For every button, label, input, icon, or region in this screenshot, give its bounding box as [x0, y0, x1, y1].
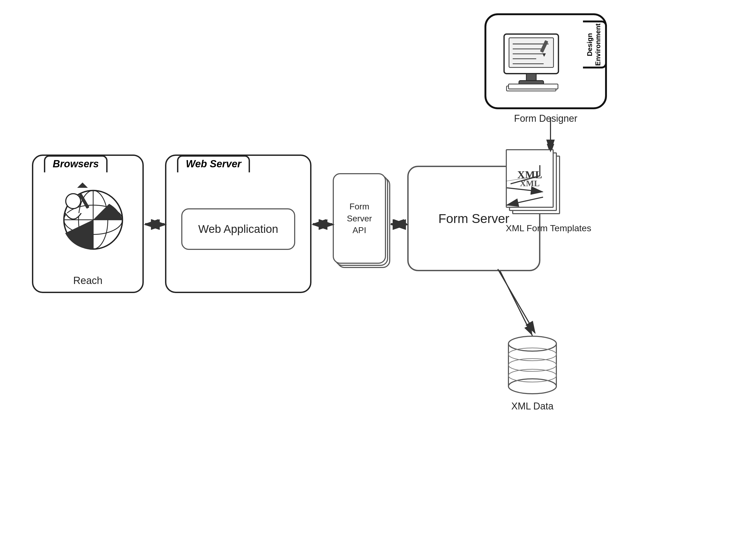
browsers-reach-label: Reach	[73, 275, 102, 287]
design-environment-group: DesignEnvironment	[484, 13, 607, 124]
webserver-tab: Web Server	[177, 155, 250, 172]
svg-rect-28	[526, 73, 536, 81]
browsers-tab: Browsers	[44, 155, 108, 172]
svg-rect-31	[508, 84, 558, 89]
webserver-box: Web Server Web Application	[165, 154, 311, 293]
diagram-container: Browsers Reach	[0, 0, 756, 544]
xml-data-group: XML Data	[506, 333, 559, 412]
xml-templates-label: XML Form Templates	[506, 222, 591, 234]
svg-line-10	[498, 266, 532, 336]
form-designer-icon	[496, 27, 571, 96]
svg-line-49	[498, 269, 535, 333]
design-env-tab-label: DesignEnvironment	[586, 23, 602, 66]
form-api-card-front: Form Server API	[333, 173, 386, 264]
reach-icon	[51, 172, 125, 252]
svg-point-33	[508, 336, 556, 351]
webapp-label: Web Application	[198, 223, 278, 235]
form-server-label: Form Server	[438, 211, 510, 226]
xml-data-label: XML Data	[506, 401, 559, 412]
svg-point-34	[508, 379, 556, 394]
form-server-api-stack: Form Server API	[333, 173, 390, 268]
svg-point-16	[66, 194, 81, 208]
svg-marker-18	[77, 182, 88, 188]
form-api-label: Form Server API	[347, 200, 372, 236]
webserver-tab-label: Web Server	[186, 158, 241, 169]
xml-templates-group: XML XML XML Form Templates	[506, 149, 591, 234]
browsers-tab-label: Browsers	[53, 158, 99, 169]
xml-data-cylinder	[506, 333, 559, 397]
browsers-box: Browsers Reach	[32, 154, 144, 293]
webapp-box: Web Application	[181, 208, 295, 250]
form-designer-label: Form Designer	[484, 113, 607, 124]
